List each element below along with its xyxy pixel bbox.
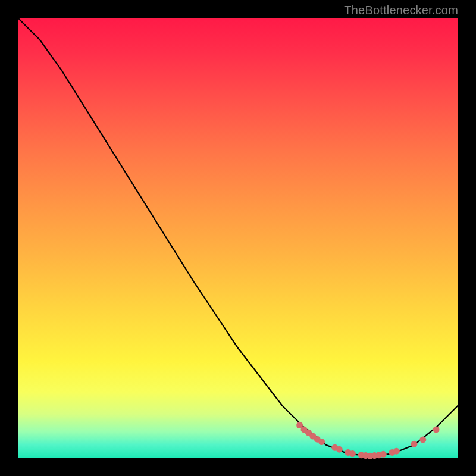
plot-area bbox=[18, 18, 458, 458]
curve-layer bbox=[18, 18, 458, 458]
main-curve bbox=[18, 18, 458, 456]
data-marker bbox=[433, 426, 440, 433]
data-marker bbox=[393, 448, 400, 455]
data-marker bbox=[411, 441, 418, 447]
chart-container: TheBottlenecker.com bbox=[0, 0, 476, 476]
data-marker bbox=[380, 451, 387, 458]
attribution-label: TheBottlenecker.com bbox=[344, 4, 458, 17]
data-marker bbox=[349, 450, 356, 457]
data-marker bbox=[419, 436, 426, 443]
data-marker bbox=[336, 446, 343, 453]
marker-group bbox=[296, 422, 439, 459]
data-marker bbox=[318, 439, 325, 445]
